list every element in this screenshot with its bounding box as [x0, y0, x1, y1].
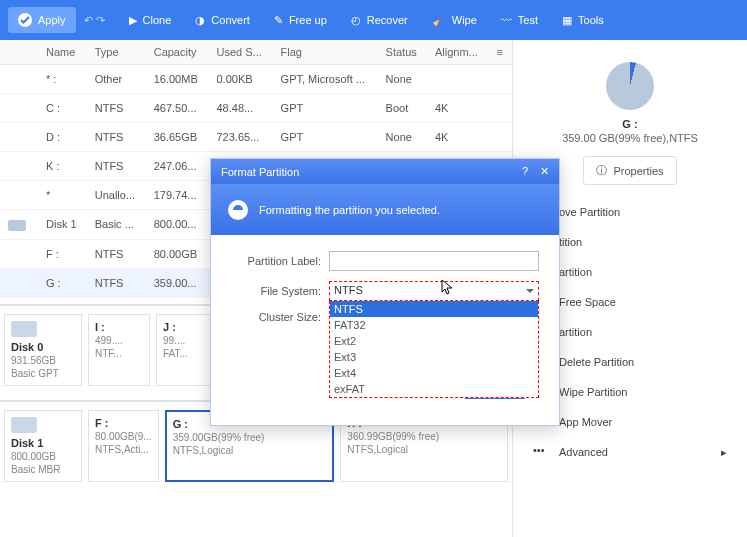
table-row[interactable]: C :NTFS467.50...48.48...GPTBoot4K [0, 94, 512, 123]
clone-button[interactable]: ▶ Clone [119, 8, 182, 33]
tools-button[interactable]: ▦ Tools [552, 8, 614, 33]
filesystem-option[interactable]: exFAT [330, 381, 538, 397]
filesystem-dropdown: NTFSFAT32Ext2Ext3Ext4exFAT [329, 301, 539, 398]
selected-partition-name: G : [531, 118, 729, 130]
disk-header[interactable]: Disk 0931.56GBBasic GPT [4, 314, 82, 386]
filesystem-option[interactable]: Ext4 [330, 365, 538, 381]
filesystem-select[interactable]: NTFS [329, 281, 539, 301]
menu-item[interactable]: ◫Free Space [531, 287, 729, 317]
filesystem-option[interactable]: NTFS [330, 301, 538, 317]
partition-block[interactable]: I :499....NTF... [88, 314, 150, 386]
usage-pie-icon [606, 62, 654, 110]
main-toolbar: Apply ↶ ↷ ▶ Clone ◑ Convert ✎ Free up ◴ … [0, 0, 747, 40]
table-row[interactable]: D :NTFS36.65GB723.65...GPTNone4K [0, 123, 512, 152]
menu-item[interactable]: ▭tition [531, 227, 729, 257]
freeup-button[interactable]: ✎ Free up [264, 8, 337, 33]
dialog-title: Format Partition [221, 166, 299, 178]
dialog-subtitle: Formatting the partition you selected. [259, 204, 440, 216]
filesystem-label: File System: [231, 285, 329, 297]
convert-button[interactable]: ◑ Convert [185, 8, 260, 33]
wipe-button[interactable]: 🧹 Wipe [422, 8, 487, 33]
menu-item[interactable]: ▦App Mover [531, 407, 729, 437]
help-icon[interactable]: ? [522, 165, 528, 177]
filesystem-option[interactable]: Ext2 [330, 333, 538, 349]
partition-label-label: Partition Label: [231, 255, 329, 267]
selected-partition-info: 359.00 GB(99% free),NTFS [531, 132, 729, 144]
menu-item[interactable]: 🧹Wipe Partition [531, 377, 729, 407]
properties-button[interactable]: ⓘ Properties [583, 156, 676, 185]
format-partition-dialog: Format Partition ?✕ Formatting the parti… [210, 158, 560, 426]
partition-block[interactable]: F :80.00GB(9...NTFS,Acti... [88, 410, 159, 482]
menu-item[interactable]: ▭artition [531, 257, 729, 287]
close-icon[interactable]: ✕ [540, 165, 549, 177]
disk-header[interactable]: Disk 1800.00GBBasic MBR [4, 410, 82, 482]
table-row[interactable]: * :Other16.00MB0.00KBGPT, Microsoft ...N… [0, 65, 512, 94]
recover-button[interactable]: ◴ Recover [341, 8, 418, 33]
test-button[interactable]: 〰 Test [491, 8, 548, 32]
partition-label-input[interactable] [329, 251, 539, 271]
filesystem-option[interactable]: Ext3 [330, 349, 538, 365]
format-icon [227, 199, 249, 221]
table-header: NameTypeCapacityUsed S...FlagStatusAlign… [0, 40, 512, 65]
undo-redo[interactable]: ↶ ↷ [84, 14, 105, 27]
cluster-size-label: Cluster Size: [231, 311, 329, 323]
menu-item[interactable]: ↔ove Partition [531, 197, 729, 227]
apply-label: Apply [38, 14, 66, 26]
partition-block[interactable]: J :99....FAT... [156, 314, 218, 386]
menu-item[interactable]: 🗑Delete Partition [531, 347, 729, 377]
menu-item[interactable]: ▭artition [531, 317, 729, 347]
filesystem-option[interactable]: FAT32 [330, 317, 538, 333]
menu-item[interactable]: •••Advanced▸ [531, 437, 729, 467]
menu-icon: ••• [533, 444, 549, 460]
apply-button[interactable]: Apply [8, 7, 76, 33]
